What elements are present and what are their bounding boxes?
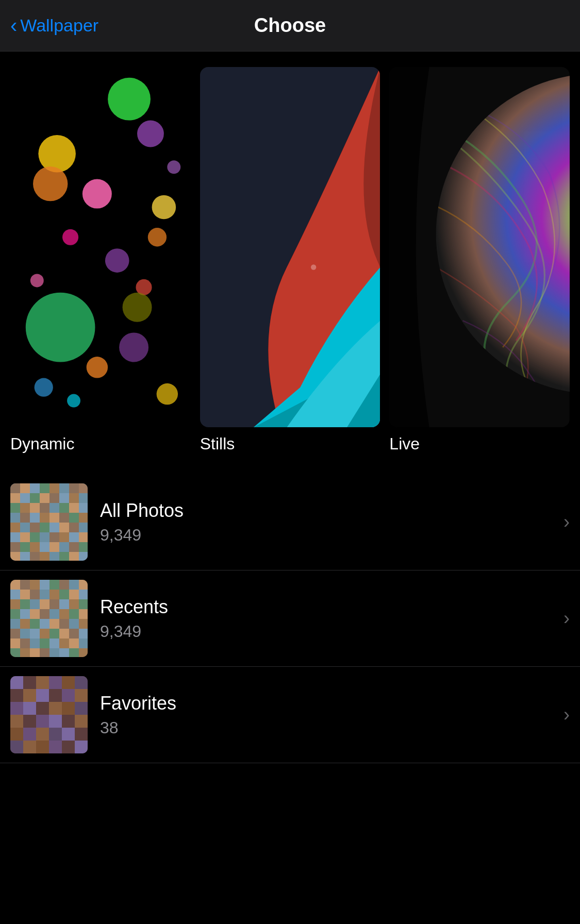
svg-rect-160: [62, 676, 75, 689]
svg-rect-31: [59, 483, 69, 493]
svg-point-19: [30, 274, 44, 287]
svg-rect-97: [69, 580, 79, 590]
svg-rect-42: [10, 503, 20, 513]
svg-rect-166: [62, 689, 75, 702]
svg-rect-163: [23, 689, 36, 702]
svg-rect-91: [10, 580, 20, 590]
svg-rect-188: [36, 741, 49, 753]
svg-rect-70: [49, 532, 59, 542]
svg-rect-61: [40, 523, 49, 532]
album-all-photos[interactable]: All Photos 9,349 ›: [0, 474, 580, 570]
svg-rect-40: [69, 493, 79, 503]
recents-chevron-icon: ›: [564, 608, 570, 629]
svg-rect-65: [79, 523, 88, 532]
svg-rect-67: [20, 532, 30, 542]
album-favorites[interactable]: Favorites 38 ›: [0, 667, 580, 763]
svg-rect-131: [10, 629, 20, 639]
svg-rect-136: [59, 629, 69, 639]
svg-rect-191: [75, 741, 88, 753]
svg-rect-123: [10, 619, 20, 629]
stills-thumbnail: [200, 67, 380, 427]
svg-rect-93: [30, 580, 40, 590]
svg-rect-39: [59, 493, 69, 503]
svg-point-12: [26, 293, 95, 362]
svg-rect-68: [30, 532, 40, 542]
svg-rect-180: [10, 728, 23, 741]
svg-rect-120: [59, 609, 69, 619]
svg-point-5: [82, 179, 112, 209]
svg-rect-173: [75, 702, 88, 715]
svg-rect-57: [79, 513, 88, 523]
svg-rect-187: [23, 741, 36, 753]
svg-rect-102: [40, 590, 49, 599]
svg-rect-78: [49, 542, 59, 552]
svg-rect-111: [49, 599, 59, 609]
svg-rect-83: [20, 552, 30, 561]
svg-rect-127: [49, 619, 59, 629]
svg-rect-116: [20, 609, 30, 619]
svg-rect-73: [79, 532, 88, 542]
svg-point-16: [67, 394, 80, 408]
svg-rect-35: [20, 493, 30, 503]
svg-rect-98: [79, 580, 88, 590]
svg-rect-170: [36, 702, 49, 715]
all-photos-chevron-icon: ›: [564, 511, 570, 533]
svg-rect-64: [69, 523, 79, 532]
svg-rect-74: [10, 542, 20, 552]
svg-rect-107: [10, 599, 20, 609]
page-title: Choose: [254, 14, 326, 37]
svg-rect-134: [40, 629, 49, 639]
svg-rect-121: [69, 609, 79, 619]
svg-rect-33: [79, 483, 88, 493]
svg-point-13: [119, 332, 148, 362]
svg-rect-130: [79, 619, 88, 629]
svg-rect-27: [20, 483, 30, 493]
svg-rect-149: [30, 648, 40, 657]
category-stills[interactable]: Stills: [200, 67, 380, 453]
svg-rect-37: [40, 493, 49, 503]
svg-point-1: [108, 78, 151, 121]
svg-rect-81: [79, 542, 88, 552]
svg-rect-89: [79, 552, 88, 561]
svg-rect-158: [36, 676, 49, 689]
svg-rect-125: [30, 619, 40, 629]
svg-point-3: [38, 135, 76, 173]
svg-rect-86: [49, 552, 59, 561]
svg-rect-190: [62, 741, 75, 753]
category-dynamic[interactable]: Dynamic: [10, 67, 191, 453]
svg-rect-46: [49, 503, 59, 513]
svg-point-21: [311, 264, 316, 270]
svg-rect-182: [36, 728, 49, 741]
back-chevron-icon: ‹: [10, 15, 17, 36]
svg-rect-150: [40, 648, 49, 657]
svg-rect-138: [79, 629, 88, 639]
svg-rect-154: [79, 648, 88, 657]
svg-rect-51: [20, 513, 30, 523]
recents-count: 9,349: [100, 622, 551, 641]
svg-rect-60: [30, 523, 40, 532]
svg-rect-94: [40, 580, 49, 590]
svg-rect-153: [69, 648, 79, 657]
album-recents[interactable]: Recents 9,349 ›: [0, 570, 580, 667]
favorites-count: 38: [100, 718, 551, 737]
all-photos-thumbnail: [10, 483, 88, 561]
svg-rect-52: [30, 513, 40, 523]
svg-rect-165: [49, 689, 62, 702]
svg-rect-132: [20, 629, 30, 639]
albums-list: All Photos 9,349 ›: [0, 474, 580, 763]
svg-rect-101: [30, 590, 40, 599]
svg-rect-71: [59, 532, 69, 542]
svg-rect-114: [79, 599, 88, 609]
svg-rect-142: [40, 639, 49, 648]
svg-rect-146: [79, 639, 88, 648]
svg-rect-95: [49, 580, 59, 590]
svg-rect-178: [62, 715, 75, 728]
svg-rect-109: [30, 599, 40, 609]
navigation-header: ‹ Wallpaper Choose: [0, 0, 580, 52]
back-button[interactable]: ‹ Wallpaper: [10, 15, 98, 36]
svg-rect-157: [23, 676, 36, 689]
svg-rect-186: [10, 741, 23, 753]
svg-rect-32: [69, 483, 79, 493]
favorites-thumbnail: [10, 676, 88, 753]
category-live[interactable]: Live: [389, 67, 570, 453]
